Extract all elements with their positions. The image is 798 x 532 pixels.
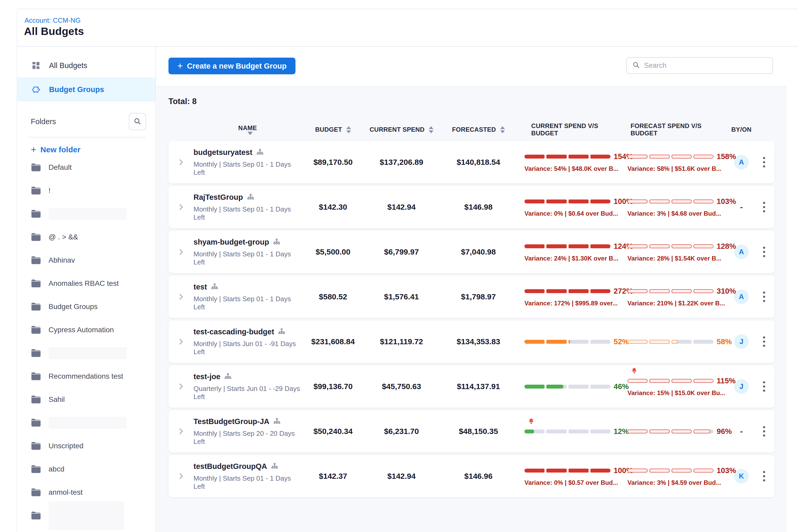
sidebar-item-all-budgets[interactable]: All Budgets	[17, 54, 155, 77]
redacted-folder-name	[49, 208, 127, 220]
forecasted-amount: $146.96	[439, 472, 518, 481]
owner-avatar[interactable]: A	[734, 155, 749, 170]
row-menu-button[interactable]	[760, 379, 768, 394]
budget-group-name[interactable]: TestBudgetGroup-JA	[193, 417, 269, 426]
piggy-bank-icon	[31, 84, 41, 94]
forecast-spend-percentage: 103%	[717, 197, 736, 206]
budget-group-name[interactable]: testBudgetGroupQA	[193, 462, 267, 471]
current-spend-amount: $142.94	[364, 203, 439, 211]
current-spend-amount: $1,576.41	[364, 292, 439, 301]
row-menu-button[interactable]	[760, 244, 768, 260]
budget-group-name[interactable]: budgetsuryatest	[193, 148, 252, 157]
folder-item[interactable]: Anomalies RBAC test	[17, 272, 155, 295]
budget-search-box[interactable]	[626, 57, 773, 74]
forecast-variance-text: Variance: 3% | $4.59 over Bud...	[627, 479, 721, 486]
redacted-folder-name	[49, 501, 124, 530]
budget-group-name[interactable]: test-cascading-budget	[193, 327, 274, 336]
owner-avatar[interactable]: J	[734, 334, 749, 349]
budget-group-name[interactable]: test-joe	[193, 373, 220, 381]
expand-row-chevron-icon[interactable]	[177, 248, 185, 256]
folder-item[interactable]: Budget Groups	[17, 295, 155, 318]
folder-icon	[31, 325, 41, 334]
new-folder-button[interactable]: + New folder	[31, 145, 155, 154]
table-header-row: NAMEBUDGETCURRENT SPENDFORECASTEDCURRENT…	[169, 122, 775, 137]
sort-arrows-icon	[346, 126, 351, 133]
folder-name: Cypress Automation	[49, 326, 114, 334]
owner-avatar[interactable]: A	[734, 289, 749, 304]
current-spend-amount: $6,799.97	[364, 247, 439, 256]
folders-header: Folders	[27, 113, 146, 137]
budget-amount: $89,170.50	[302, 158, 364, 167]
row-menu-button[interactable]	[760, 423, 768, 439]
sort-arrows-icon	[429, 126, 433, 133]
create-budget-group-button[interactable]: + Create a new Budget Group	[169, 58, 296, 74]
row-menu-button[interactable]	[760, 334, 768, 349]
folder-item-redacted[interactable]	[17, 504, 155, 527]
folder-item[interactable]: Recommendations test	[17, 365, 155, 388]
expand-row-chevron-icon[interactable]	[177, 472, 185, 480]
forecasted-amount: $146.98	[439, 203, 518, 211]
account-breadcrumb[interactable]: Account: CCM-NG	[24, 16, 81, 24]
folder-item[interactable]: Sahil	[17, 388, 155, 411]
toolbar: + Create a new Budget Group	[156, 47, 798, 86]
budget-group-name[interactable]: RajTestGroup	[193, 193, 243, 202]
folder-item[interactable]: Default	[17, 156, 155, 179]
current-spend-amount: $45,750.63	[364, 382, 439, 391]
folder-item-redacted[interactable]	[17, 341, 155, 365]
hierarchy-icon	[247, 193, 254, 201]
forecast-variance-text: Variance: 3% | $4.68 over Bud...	[627, 210, 721, 217]
row-menu-button[interactable]	[760, 289, 768, 305]
owner-avatar[interactable]: K	[734, 469, 749, 483]
column-header-name[interactable]: NAME	[193, 125, 302, 135]
forecast-variance-text: Variance: 15% | $15.0K over Bu...	[627, 390, 725, 397]
budget-schedule: Monthly | Starts Sep 01 - 1 Days Left	[193, 160, 302, 176]
search-input[interactable]	[644, 61, 767, 70]
forecasted-amount: $140,818.54	[439, 158, 518, 167]
owner-avatar[interactable]: J	[734, 379, 749, 394]
folder-item[interactable]: Cypress Automation	[17, 318, 155, 341]
folder-search-button[interactable]	[129, 113, 146, 130]
by-on-empty-value: -	[740, 203, 743, 211]
row-menu-button[interactable]	[760, 468, 768, 484]
expand-row-chevron-icon[interactable]	[177, 292, 185, 301]
forecast-variance-text: Variance: 210% | $1.22K over B...	[627, 300, 725, 307]
folder-icon	[31, 349, 41, 358]
budget-group-name[interactable]: test	[193, 283, 207, 291]
folder-name: Sahil	[49, 395, 65, 404]
owner-avatar[interactable]: A	[734, 245, 749, 259]
column-header-current-spend[interactable]: CURRENT SPEND	[364, 126, 439, 133]
folder-name: Budget Groups	[49, 303, 97, 311]
budget-group-row: testMonthly | Starts Sep 01 - 1 Days Lef…	[169, 276, 775, 318]
column-header-budget[interactable]: BUDGET	[302, 126, 364, 133]
current-spend-amount: $121,119.72	[364, 337, 439, 346]
folder-item-redacted[interactable]	[17, 202, 155, 225]
folder-item[interactable]: anmol-test	[17, 481, 155, 504]
folder-item[interactable]: abcd	[17, 457, 155, 481]
forecast-spend-progress-bar	[627, 430, 714, 433]
column-header-forecasted[interactable]: FORECASTED	[439, 126, 518, 133]
expand-row-chevron-icon[interactable]	[177, 158, 185, 166]
forecast-spend-percentage: 115%	[717, 377, 736, 385]
folder-item-redacted[interactable]	[17, 411, 155, 434]
folder-item[interactable]: !	[17, 179, 155, 202]
column-label: CURRENT SPEND V/S BUDGET	[531, 122, 626, 137]
folder-item[interactable]: Unscripted	[17, 434, 155, 457]
budget-amount: $50,240.34	[302, 427, 364, 436]
folder-item[interactable]: @ . > &&	[17, 225, 155, 249]
sidebar-item-budget-groups[interactable]: Budget Groups	[17, 77, 155, 101]
redacted-folder-name	[49, 417, 127, 429]
expand-row-chevron-icon[interactable]	[177, 427, 185, 436]
folder-icon	[31, 418, 41, 427]
expand-row-chevron-icon[interactable]	[177, 203, 185, 211]
by-on-empty-value: -	[740, 427, 743, 436]
current-spend-amount: $137,206.89	[364, 158, 439, 167]
folder-item[interactable]: Abhinav	[17, 249, 155, 272]
expand-row-chevron-icon[interactable]	[177, 382, 185, 391]
folder-icon	[31, 395, 41, 404]
row-menu-button[interactable]	[760, 199, 768, 215]
row-menu-button[interactable]	[760, 154, 768, 170]
budget-group-name[interactable]: shyam-budget-group	[193, 238, 269, 246]
expand-row-chevron-icon[interactable]	[177, 338, 185, 346]
budget-group-row: TestBudgetGroup-JAMonthly | Starts Sep 2…	[169, 410, 775, 453]
folder-name: Recommendations test	[49, 372, 123, 380]
